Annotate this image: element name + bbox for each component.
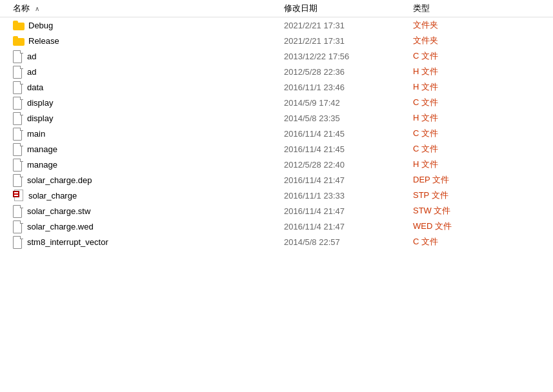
file-name-col: display: [13, 112, 284, 124]
list-item[interactable]: manage 2012/5/28 22:40 H 文件: [0, 157, 553, 172]
file-date: 2016/11/4 21:45: [284, 144, 413, 154]
list-item[interactable]: main 2016/11/4 21:45 C 文件: [0, 126, 553, 141]
file-name-col: Debug: [13, 20, 284, 30]
file-name: manage: [27, 144, 57, 154]
file-date: 2016/11/4 21:47: [284, 175, 413, 185]
file-name: solar_charge.dep: [27, 175, 92, 185]
file-type: H 文件: [413, 112, 510, 124]
file-type: STW 文件: [413, 205, 510, 217]
file-date: 2014/5/9 17:42: [284, 98, 413, 108]
file-name-col: ad: [13, 50, 284, 62]
col-name-header[interactable]: 名称 ∧: [13, 3, 284, 14]
file-name-col: solar_charge.stw: [13, 205, 284, 217]
file-type: WED 文件: [413, 220, 510, 232]
file-type: STP 文件: [413, 190, 510, 201]
folder-icon: [13, 35, 25, 46]
file-icon: [13, 66, 23, 77]
stp-icon: [13, 190, 25, 201]
file-icon: [13, 143, 23, 155]
file-name-col: solar_charge.dep: [13, 174, 284, 186]
col-type-label: 类型: [413, 3, 430, 13]
file-name: main: [27, 129, 45, 139]
file-name: ad: [27, 67, 36, 77]
file-date: 2014/5/8 23:35: [284, 113, 413, 123]
file-name: solar_charge: [28, 191, 77, 201]
file-icon: [13, 236, 23, 248]
file-name: ad: [27, 52, 36, 61]
file-name: display: [27, 98, 53, 108]
list-item[interactable]: solar_charge.stw 2016/11/4 21:47 STW 文件: [0, 203, 553, 219]
file-name: stm8_interrupt_vector: [27, 237, 108, 247]
list-item[interactable]: ad 2013/12/22 17:56 C 文件: [0, 48, 553, 64]
file-type: C 文件: [413, 143, 510, 155]
file-type: C 文件: [413, 97, 510, 108]
file-type: H 文件: [413, 81, 510, 93]
col-name-label: 名称: [13, 3, 30, 13]
file-date: 2012/5/28 22:40: [284, 160, 413, 170]
file-name-col: manage: [13, 143, 284, 155]
file-list: Debug 2021/2/21 17:31 文件夹 Release 2021/2…: [0, 17, 553, 250]
file-name: data: [27, 83, 43, 92]
column-headers: 名称 ∧ 修改日期 类型: [0, 0, 553, 17]
file-date: 2016/11/4 21:47: [284, 206, 413, 216]
file-name: display: [27, 113, 53, 123]
file-name: Release: [28, 36, 59, 46]
file-date: 2016/11/4 21:47: [284, 222, 413, 231]
file-name-col: solar_charge.wed: [13, 220, 284, 232]
file-name: manage: [27, 160, 57, 170]
file-date: 2021/2/21 17:31: [284, 21, 413, 30]
file-icon: [13, 97, 23, 108]
list-item[interactable]: ad 2012/5/28 22:36 H 文件: [0, 64, 553, 79]
file-type: H 文件: [413, 66, 510, 77]
col-type-header[interactable]: 类型: [413, 3, 510, 14]
file-type: 文件夹: [413, 19, 510, 31]
file-type: H 文件: [413, 159, 510, 170]
list-item[interactable]: solar_charge 2016/11/1 23:33 STP 文件: [0, 188, 553, 203]
col-date-label: 修改日期: [284, 3, 317, 13]
file-icon: [13, 50, 23, 62]
file-type: C 文件: [413, 236, 510, 248]
file-explorer: 名称 ∧ 修改日期 类型 Debug 2021/2/21 17:31 文件夹 R…: [0, 0, 553, 392]
folder-icon: [13, 20, 25, 30]
file-date: 2012/5/28 22:36: [284, 67, 413, 77]
file-name: solar_charge.stw: [27, 206, 90, 216]
file-date: 2016/11/1 23:46: [284, 83, 413, 92]
list-item[interactable]: display 2014/5/8 23:35 H 文件: [0, 110, 553, 126]
col-date-header[interactable]: 修改日期: [284, 3, 413, 14]
file-icon: [13, 220, 23, 232]
file-date: 2021/2/21 17:31: [284, 36, 413, 46]
file-name-col: display: [13, 97, 284, 108]
file-icon: [13, 159, 23, 170]
file-name: solar_charge.wed: [27, 222, 94, 231]
file-name-col: Release: [13, 35, 284, 46]
file-date: 2014/5/8 22:57: [284, 237, 413, 247]
list-item[interactable]: Release 2021/2/21 17:31 文件夹: [0, 33, 553, 48]
file-type: C 文件: [413, 128, 510, 139]
file-icon: [13, 205, 23, 217]
list-item[interactable]: solar_charge.wed 2016/11/4 21:47 WED 文件: [0, 219, 553, 234]
file-icon: [13, 128, 23, 139]
sort-arrow: ∧: [35, 5, 39, 12]
file-name-col: data: [13, 81, 284, 93]
file-icon: [13, 112, 23, 124]
list-item[interactable]: manage 2016/11/4 21:45 C 文件: [0, 141, 553, 157]
file-type: 文件夹: [413, 35, 510, 46]
file-name-col: ad: [13, 66, 284, 77]
file-name-col: stm8_interrupt_vector: [13, 236, 284, 248]
file-name-col: manage: [13, 159, 284, 170]
file-type: DEP 文件: [413, 174, 510, 186]
file-name-col: main: [13, 128, 284, 139]
file-type: C 文件: [413, 50, 510, 62]
list-item[interactable]: display 2014/5/9 17:42 C 文件: [0, 95, 553, 110]
file-date: 2013/12/22 17:56: [284, 52, 413, 61]
list-item[interactable]: Debug 2021/2/21 17:31 文件夹: [0, 17, 553, 33]
list-item[interactable]: stm8_interrupt_vector 2014/5/8 22:57 C 文…: [0, 234, 553, 250]
file-date: 2016/11/4 21:45: [284, 129, 413, 139]
file-icon: [13, 81, 23, 93]
file-name-col: solar_charge: [13, 190, 284, 201]
file-icon: [13, 174, 23, 186]
list-item[interactable]: data 2016/11/1 23:46 H 文件: [0, 79, 553, 95]
file-date: 2016/11/1 23:33: [284, 191, 413, 201]
file-name: Debug: [28, 21, 53, 30]
list-item[interactable]: solar_charge.dep 2016/11/4 21:47 DEP 文件: [0, 172, 553, 188]
